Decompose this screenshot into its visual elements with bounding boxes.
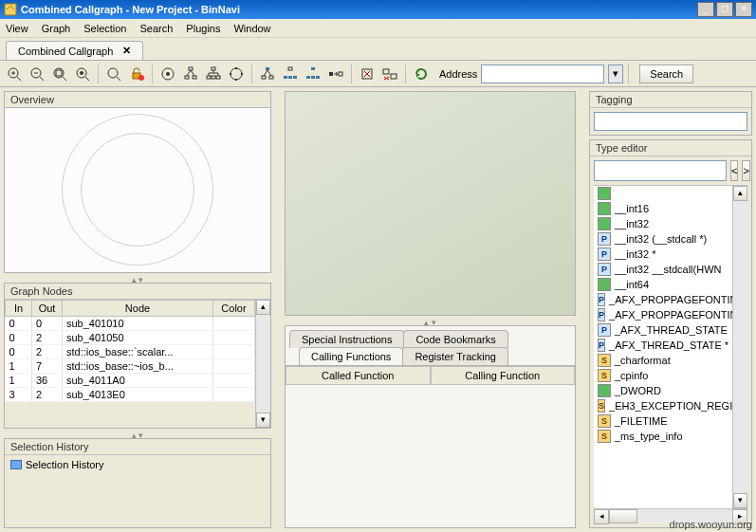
svg-rect-50 — [316, 76, 320, 79]
type-list-item[interactable]: __int16 — [594, 201, 732, 216]
zoom-actual-icon[interactable] — [103, 64, 124, 84]
scrollbar-v[interactable]: ▴ ▾ — [732, 186, 747, 508]
table-row[interactable]: 32sub_4013E0 — [6, 388, 255, 402]
address-input[interactable] — [481, 64, 604, 83]
layout-circle-icon[interactable] — [226, 64, 247, 84]
address-dropdown-icon[interactable]: ▾ — [608, 64, 623, 83]
type-list-item[interactable]: S_FILETIME — [594, 413, 732, 429]
select-children-icon[interactable] — [257, 64, 278, 84]
layout-orth-icon[interactable] — [203, 64, 224, 84]
type-label: _AFX_THREAD_STATE * — [609, 339, 728, 351]
maximize-button[interactable]: □ — [716, 2, 733, 17]
type-next-button[interactable]: > — [742, 160, 749, 181]
svg-rect-25 — [212, 67, 215, 70]
svg-line-2 — [17, 77, 21, 81]
menu-plugins[interactable]: Plugins — [186, 23, 220, 34]
tab-special-instructions[interactable]: Special Instructions — [289, 330, 404, 348]
tagging-title: Tagging — [590, 92, 751, 108]
table-row[interactable]: 00sub_401010 — [6, 317, 255, 331]
type-list-item[interactable]: P_AFX_PROPPAGEFONTINFO — [594, 292, 732, 307]
type-list-item[interactable]: __int32 — [594, 216, 732, 231]
menu-search[interactable]: Search — [140, 23, 174, 34]
search-button[interactable]: Search — [639, 64, 693, 83]
type-list-item[interactable]: P__int32 * — [594, 247, 732, 262]
type-list-item[interactable]: _DWORD — [594, 383, 732, 398]
type-list-item[interactable]: S_EH3_EXCEPTION_REGISTR — [594, 398, 732, 413]
table-row[interactable]: 136sub_4011A0 — [6, 374, 255, 388]
svg-rect-48 — [306, 76, 310, 79]
struct-type-icon: S — [598, 369, 611, 382]
svg-rect-56 — [383, 69, 389, 74]
menu-selection[interactable]: Selection — [83, 23, 126, 34]
graph-canvas[interactable] — [285, 91, 576, 316]
tab-code-bookmarks[interactable]: Code Bookmarks — [403, 330, 507, 348]
toolbar: Address ▾ Search — [0, 61, 756, 87]
delete-selection-icon[interactable] — [357, 64, 378, 84]
tab-close-icon[interactable]: ✕ — [122, 45, 131, 57]
zoom-out-icon[interactable] — [27, 64, 47, 84]
svg-rect-57 — [391, 74, 396, 79]
type-list-item[interactable]: P_AFX_THREAD_STATE — [594, 322, 732, 338]
table-row[interactable]: 17std::ios_base::~ios_b... — [6, 359, 255, 374]
menu-bar: View Graph Selection Search Plugins Wind… — [0, 19, 756, 38]
type-filter-input[interactable] — [594, 160, 727, 181]
svg-point-19 — [166, 72, 170, 76]
type-list-item[interactable] — [594, 186, 732, 201]
fit-graph-icon[interactable] — [49, 64, 70, 84]
menu-view[interactable]: View — [6, 23, 28, 34]
overview-canvas[interactable] — [4, 107, 271, 273]
graph-nodes-title: Graph Nodes — [5, 284, 270, 300]
type-label: _cpinfo — [615, 370, 648, 381]
table-row[interactable]: 02sub_401050 — [6, 331, 255, 345]
svg-line-42 — [267, 70, 271, 76]
tab-register-tracking[interactable]: Register Tracking — [402, 347, 508, 365]
svg-rect-43 — [288, 67, 292, 70]
scrollbar-v[interactable]: ▴▾ — [255, 300, 270, 428]
document-tab[interactable]: Combined Callgraph ✕ — [6, 41, 143, 60]
type-prev-button[interactable]: < — [730, 160, 738, 181]
refresh-icon[interactable] — [411, 64, 432, 84]
col-in[interactable]: In — [6, 301, 32, 317]
col-calling-function[interactable]: Calling Function — [431, 366, 576, 385]
menu-graph[interactable]: Graph — [42, 23, 71, 34]
table-row[interactable]: 02std::ios_base::`scalar... — [6, 345, 255, 359]
zoom-in-icon[interactable] — [4, 64, 25, 84]
type-label: _DWORD — [615, 385, 661, 396]
selection-history-panel: Selection History Selection History — [4, 438, 271, 528]
type-list-item[interactable]: __int64 — [594, 277, 732, 292]
selection-history-root[interactable]: Selection History — [5, 455, 270, 474]
type-editor-panel: Type editor < > __int16__int32P__int32 (… — [589, 139, 752, 528]
lock-toggle-icon[interactable] — [126, 64, 147, 84]
col-called-function[interactable]: Called Function — [286, 366, 431, 385]
col-out[interactable]: Out — [32, 301, 63, 317]
close-window-button[interactable]: × — [735, 2, 752, 17]
type-list-item[interactable]: P__int32 __stdcall(HWN — [594, 262, 732, 277]
type-list[interactable]: __int16__int32P__int32 (__stdcall *)P__i… — [594, 186, 732, 508]
type-list-item[interactable]: P_AFX_THREAD_STATE * — [594, 338, 732, 353]
col-node[interactable]: Node — [63, 301, 213, 317]
select-parents-icon[interactable] — [280, 64, 301, 84]
pointer-type-icon: P — [598, 248, 611, 261]
circle-dot-icon[interactable] — [157, 64, 178, 84]
tagging-input[interactable] — [594, 112, 747, 131]
invert-selection-icon[interactable] — [325, 64, 346, 84]
address-label: Address — [439, 68, 477, 80]
menu-window[interactable]: Window — [233, 23, 270, 34]
type-list-item[interactable]: P__int32 (__stdcall *) — [594, 231, 732, 247]
graph-nodes-table[interactable]: In Out Node Color 00sub_40101002sub_4010… — [5, 300, 255, 402]
svg-rect-47 — [311, 67, 315, 70]
zoom-selection-icon[interactable] — [72, 64, 93, 84]
type-list-item[interactable]: S_ms_type_info — [594, 429, 732, 444]
col-color[interactable]: Color — [213, 301, 255, 317]
svg-rect-45 — [288, 76, 292, 79]
svg-line-23 — [187, 70, 191, 76]
type-label: __int32 (__stdcall *) — [615, 233, 707, 245]
minimize-button[interactable]: _ — [697, 2, 714, 17]
tab-calling-functions[interactable]: Calling Functions — [299, 347, 403, 365]
type-list-item[interactable]: P_AFX_PROPPAGEFONTINFO — [594, 307, 732, 322]
type-list-item[interactable]: S_charformat — [594, 353, 732, 368]
select-all-icon[interactable] — [303, 64, 323, 84]
layout-hier-icon[interactable] — [180, 64, 201, 84]
type-list-item[interactable]: S_cpinfo — [594, 368, 732, 383]
delete-invisible-icon[interactable] — [379, 64, 400, 84]
